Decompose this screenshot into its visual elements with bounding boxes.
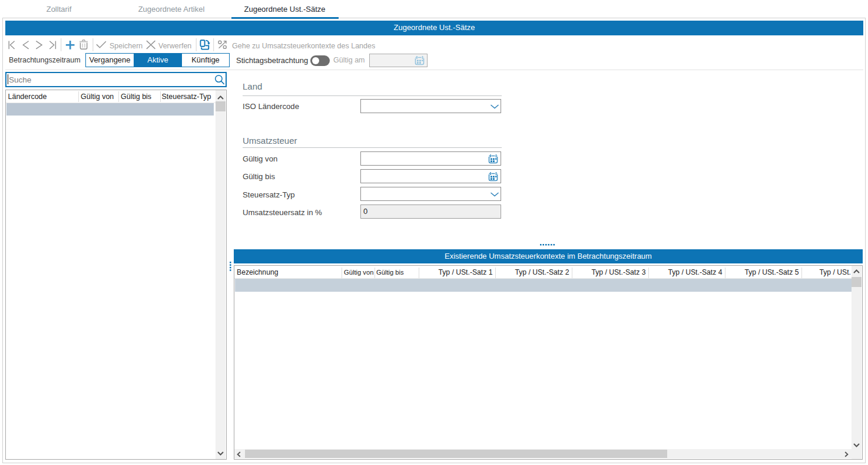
svg-text:Verwerfen: Verwerfen bbox=[158, 42, 191, 50]
svg-text:Gehe zu Umsatzsteuerkontexte d: Gehe zu Umsatzsteuerkontexte des Landes bbox=[232, 42, 375, 50]
svg-text:Speichern: Speichern bbox=[110, 42, 143, 50]
